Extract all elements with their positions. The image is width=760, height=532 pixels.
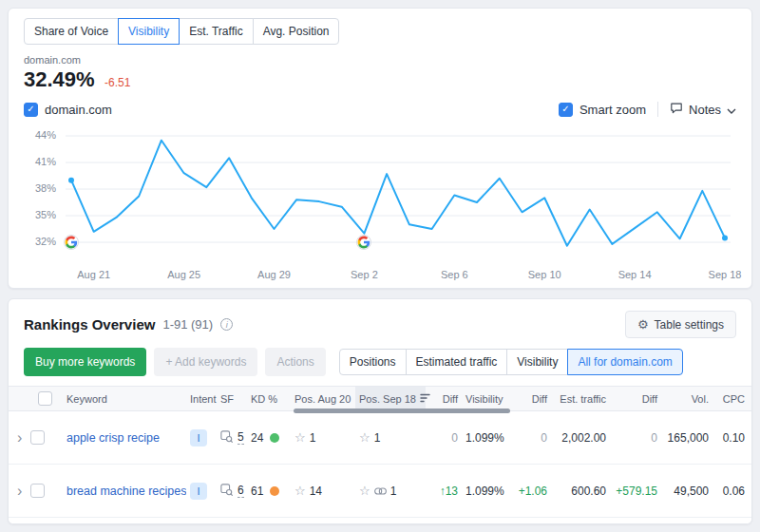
google-update-icon[interactable] [64,235,79,250]
table-settings-button[interactable]: ⚙ Table settings [625,311,736,338]
col-kd[interactable]: KD % [247,387,291,410]
chart-y-axis: 44%41%38%35%32% [24,124,66,267]
est-traffic-cell: 2,002.00 [551,431,610,445]
y-axis-label: 32% [35,236,56,247]
x-axis-label: Sep 14 [618,269,652,280]
star-icon[interactable] [359,484,370,498]
link-icon [374,484,387,498]
star-icon[interactable] [294,484,306,498]
table-settings-label: Table settings [655,318,724,332]
kd-level-dot [270,486,279,496]
visibility-cell: 1.099% [462,431,511,445]
kd-value: 24 [251,431,263,445]
position-value: 1 [390,484,397,498]
buy-more-keywords-button[interactable]: Buy more keywords [24,348,146,376]
est-traffic-cell: 600.60 [551,484,610,498]
rankings-title: Rankings Overview [24,316,155,332]
gear-icon: ⚙ [637,317,649,332]
select-all-checkbox[interactable] [38,391,52,406]
serp-features-icon [220,430,233,446]
col-intent[interactable]: Intent [186,387,217,410]
col-visibility[interactable]: Visibility [462,387,511,410]
x-axis-label: Aug 21 [77,269,110,280]
col-diff[interactable]: Diff [426,387,462,410]
col-vol[interactable]: Vol. [661,387,712,410]
cpc-cell: 0.06 [712,484,749,498]
tab-positions[interactable]: Positions [339,349,407,375]
x-axis-label: Sep 2 [351,269,378,280]
position-diff: ↑13 [426,484,462,498]
info-icon[interactable]: i [220,318,233,331]
col-pos-sep-18[interactable]: Pos. Sep 18 [355,387,426,410]
x-axis-label: Aug 29 [257,269,291,280]
horizontal-scrollbar[interactable] [294,408,510,413]
tab-visibility[interactable]: Visibility [118,18,180,45]
notes-button[interactable]: Notes [670,102,736,117]
col-sf[interactable]: SF [217,387,247,410]
visibility-card: Share of Voice Visibility Est. Traffic A… [8,8,752,289]
position-value: 1 [374,431,381,445]
position-value: 14 [310,484,322,498]
visibility-cell: 1.099% [462,484,511,498]
col-keyword[interactable]: Keyword [63,387,186,410]
sf-count[interactable]: 5 [238,430,244,445]
col-est-traffic[interactable]: Est. traffic [551,387,610,410]
notes-label: Notes [689,103,721,117]
star-icon[interactable] [359,430,370,445]
tab-est-traffic[interactable]: Est. Traffic [179,18,253,45]
intent-badge[interactable]: I [190,483,207,500]
domain-checkbox[interactable] [24,103,38,117]
y-axis-label: 35% [35,209,56,220]
expand-row-icon[interactable] [17,484,22,499]
col-pos-sep-18-label: Pos. Sep 18 [359,393,416,405]
tab-all-for-domain[interactable]: All for domain.com [567,349,682,375]
col-diff-2[interactable]: Diff [511,387,551,410]
chart-legend-row: domain.com Smart zoom Notes [24,102,736,117]
x-axis-label: Aug 25 [167,269,200,280]
col-cpc[interactable]: CPC [712,387,749,410]
volume-cell: 165,000 [661,431,712,445]
rankings-overview-card: Rankings Overview 1-91 (91) i ⚙ Table se… [8,298,752,524]
domain-legend-item[interactable]: domain.com [24,103,112,117]
summary-block: domain.com 32.49% -6.51 [24,54,736,92]
y-axis-label: 41% [35,156,56,167]
x-axis-label: Sep 10 [528,269,561,280]
traffic-diff-cell: +579.15 [610,484,661,498]
col-pos-aug-20[interactable]: Pos. Aug 20 [291,387,355,410]
row-checkbox[interactable] [30,484,45,498]
traffic-diff-cell: 0 [610,431,661,445]
add-keywords-button[interactable]: + Add keywords [154,348,257,376]
visibility-diff-cell: +1.06 [511,484,551,498]
tab-avg-position[interactable]: Avg. Position [253,18,340,45]
summary-domain: domain.com [24,54,736,66]
cpc-cell: 0.10 [712,431,749,445]
star-icon[interactable] [294,430,306,445]
tab-share-of-voice[interactable]: Share of Voice [24,18,119,45]
row-checkbox[interactable] [30,430,45,445]
sf-count[interactable]: 6 [238,484,244,498]
keyword-link[interactable]: apple crisp recipe [66,431,160,445]
rankings-range: 1-91 (91) [162,317,213,332]
intent-badge[interactable]: I [190,429,207,446]
position-diff: 0 [426,431,462,445]
col-diff-3[interactable]: Diff [610,387,661,410]
page: Share of Voice Visibility Est. Traffic A… [0,0,760,532]
rankings-toolbar: Buy more keywords + Add keywords Actions… [9,338,751,386]
visibility-value: 32.49% [24,67,95,91]
x-axis-label: Sep 6 [441,269,468,280]
metric-tabs: Share of Voice Visibility Est. Traffic A… [24,18,339,45]
expand-row-icon[interactable] [17,430,22,446]
table-row: bread maker recipes I 7 61 1 1 0 1.099% … [9,518,751,524]
tab-visibility-view[interactable]: Visibility [506,349,568,375]
smart-zoom-toggle[interactable]: Smart zoom [559,103,646,117]
smart-zoom-checkbox[interactable] [559,103,573,117]
volume-cell: 49,500 [661,484,712,498]
chart-plot-area[interactable]: Aug 21Aug 25Aug 29Sep 2Sep 6Sep 10Sep 14… [66,124,731,284]
kd-value: 61 [251,484,263,498]
keyword-link[interactable]: bread machine recipes [66,484,186,498]
y-axis-label: 44% [35,129,56,141]
google-update-icon[interactable] [356,235,371,250]
tab-estimated-traffic[interactable]: Estimated traffic [406,349,508,375]
actions-button[interactable]: Actions [265,348,325,376]
visibility-diff-cell: 0 [511,431,551,445]
